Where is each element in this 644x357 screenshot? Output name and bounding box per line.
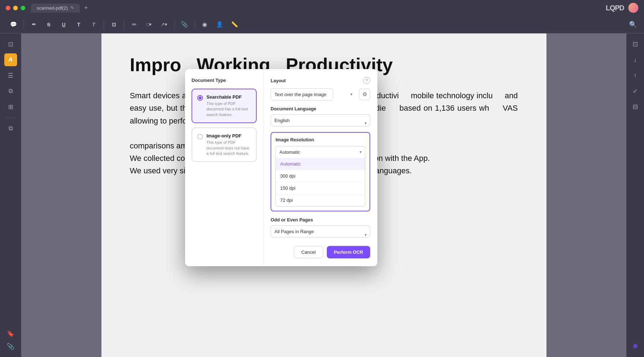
image-only-pdf-text: Image-only PDF This type of PDF document…	[206, 133, 251, 156]
resolution-select-wrapper: Automatic 300 dpi 150 dpi 72 dpi	[276, 146, 365, 158]
language-select-wrapper: English French German Spanish	[271, 114, 370, 132]
image-only-pdf-name: Image-only PDF	[206, 133, 251, 138]
sidebar-icon-compare[interactable]: ⧉	[4, 122, 17, 135]
text-box-icon[interactable]: ⊡	[108, 18, 120, 31]
toolbar: 💬 ✒ S U T T ⊡ ✏ □▾ ↗▾ 📎 ◉ 👤 📏 🔍	[0, 16, 644, 33]
sidebar-right-export[interactable]: ⊡	[629, 38, 642, 51]
titlebar: scanned-pdf(2) ✎ + LQPD	[0, 0, 644, 16]
radio-inner-dot	[199, 96, 201, 99]
dialog-left-panel: Document Type Searchable PDF This type o…	[185, 69, 263, 266]
document-language-label: Document Language	[271, 106, 370, 111]
minimize-button[interactable]	[13, 6, 18, 10]
resolution-option-150dpi[interactable]: 150 dpi	[276, 182, 365, 194]
searchable-pdf-text: Searchable PDF This type of PDF document…	[206, 94, 251, 117]
add-tab-button[interactable]: +	[84, 4, 88, 12]
underline-icon[interactable]: U	[57, 18, 70, 31]
tab-edit-icon: ✎	[70, 5, 74, 10]
searchable-pdf-option[interactable]: Searchable PDF This type of PDF document…	[192, 89, 257, 123]
toolbar-divider-1	[23, 20, 24, 30]
cancel-button[interactable]: Cancel	[294, 246, 323, 258]
resolution-dropdown-list: Automatic 300 dpi 150 dpi 72 dpi	[276, 158, 365, 206]
sidebar-right-scan[interactable]: ⊟	[629, 100, 642, 113]
ocr-dialog: Document Type Searchable PDF This type o…	[185, 69, 377, 266]
window-controls	[6, 6, 25, 10]
modal-backdrop: Document Type Searchable PDF This type o…	[21, 33, 626, 357]
tab-bar: scanned-pdf(2) ✎ +	[31, 4, 88, 12]
sidebar-icon-menu[interactable]: ☰	[4, 69, 17, 82]
maximize-button[interactable]	[21, 6, 25, 10]
toolbar-divider-3	[124, 20, 124, 30]
gear-button[interactable]: ⚙	[359, 89, 370, 100]
sidebar-icon-document[interactable]: ⊡	[4, 38, 17, 51]
image-only-pdf-radio[interactable]	[197, 134, 203, 140]
odd-even-select-wrapper: All Pages in Range Odd Pages Even Pages	[271, 225, 370, 245]
sidebar-bottom: 🔖 📎	[4, 327, 17, 353]
resolution-select[interactable]: Automatic 300 dpi 150 dpi 72 dpi	[276, 146, 365, 158]
layout-select-wrapper: Text over the page image Text under the …	[271, 88, 356, 100]
toolbar-divider-2	[104, 20, 104, 30]
sidebar-right-integrations[interactable]: ❋	[629, 340, 642, 353]
text-bold-icon[interactable]: T	[72, 18, 85, 31]
help-icon[interactable]: ?	[363, 77, 370, 84]
layout-select-row: Text over the page image Text under the …	[271, 88, 370, 100]
toolbar-divider-4	[174, 20, 174, 30]
image-resolution-label: Image Resolution	[276, 137, 365, 142]
arrow-tool-icon[interactable]: ↗▾	[158, 18, 171, 31]
sidebar-icon-layers[interactable]: ⧉	[4, 85, 17, 98]
layout-select[interactable]: Text over the page image Text under the …	[271, 88, 333, 100]
odd-even-label: Odd or Even Pages	[271, 217, 370, 222]
dialog-footer: Cancel Perform OCR	[271, 245, 370, 258]
sidebar-right: ⊡ ↓ ↑ ✓ ⊟ ❋	[626, 33, 644, 357]
language-select[interactable]: English French German Spanish	[271, 114, 370, 126]
searchable-pdf-name: Searchable PDF	[206, 94, 251, 100]
layout-header: Layout ?	[271, 77, 370, 84]
sidebar-divider	[5, 117, 16, 118]
comment-icon[interactable]: 💬	[7, 18, 20, 31]
sidebar-icon-highlight[interactable]: A	[4, 53, 17, 66]
tab-label: scanned-pdf(2)	[37, 5, 68, 11]
sidebar-right-share[interactable]: ↑	[629, 69, 642, 82]
app-logo: LQPD	[606, 4, 624, 12]
document-type-title: Document Type	[192, 78, 257, 83]
close-button[interactable]	[6, 6, 10, 10]
perform-ocr-button[interactable]: Perform OCR	[327, 246, 370, 258]
stamp-icon[interactable]: ◉	[198, 18, 211, 31]
pdf-area: Impro Working Productivity Smart devices…	[21, 33, 626, 357]
pen-icon[interactable]: ✏	[128, 18, 141, 31]
text-italic-icon[interactable]: T	[87, 18, 100, 31]
searchable-pdf-desc: This type of PDF document has a full tex…	[206, 101, 251, 117]
dialog-right-panel: Layout ? Text over the page image Text u…	[263, 69, 377, 266]
user-avatar[interactable]	[628, 3, 638, 13]
sidebar-left: ⊡ A ☰ ⧉ ⊞ ⧉ 🔖 📎	[0, 33, 21, 357]
titlebar-right: LQPD	[606, 3, 638, 13]
shape-icon[interactable]: □▾	[143, 18, 156, 31]
strikethrough-icon[interactable]: S	[42, 18, 55, 31]
search-icon[interactable]: 🔍	[629, 21, 637, 28]
toolbar-divider-5	[194, 20, 195, 30]
measure-icon[interactable]: 📏	[228, 18, 241, 31]
image-only-pdf-desc: This type of PDF document does not have …	[206, 140, 251, 156]
layout-title: Layout	[271, 78, 286, 83]
sidebar-icon-bookmark[interactable]: 🔖	[4, 327, 17, 340]
main-layout: ⊡ A ☰ ⧉ ⊞ ⧉ 🔖 📎 Impro Working Productivi…	[0, 33, 644, 357]
image-only-pdf-option[interactable]: Image-only PDF This type of PDF document…	[192, 127, 257, 162]
sidebar-right-check[interactable]: ✓	[629, 85, 642, 98]
odd-even-select[interactable]: All Pages in Range Odd Pages Even Pages	[271, 225, 370, 237]
user-icon[interactable]: 👤	[213, 18, 226, 31]
clip-icon[interactable]: 📎	[178, 18, 191, 31]
resolution-option-automatic[interactable]: Automatic	[276, 158, 365, 170]
resolution-option-72dpi[interactable]: 72 dpi	[276, 194, 365, 206]
sidebar-icon-attachment[interactable]: 📎	[4, 340, 17, 353]
tab-document[interactable]: scanned-pdf(2) ✎	[31, 4, 80, 12]
quill-icon[interactable]: ✒	[27, 18, 40, 31]
searchable-pdf-radio[interactable]	[197, 95, 203, 101]
sidebar-icon-thumbnails[interactable]: ⊞	[4, 100, 17, 113]
image-resolution-box: Image Resolution Automatic 300 dpi 150 d…	[271, 132, 370, 211]
resolution-option-300dpi[interactable]: 300 dpi	[276, 170, 365, 182]
sidebar-right-download[interactable]: ↓	[629, 53, 642, 66]
sidebar-right-bottom: ❋	[629, 340, 642, 353]
